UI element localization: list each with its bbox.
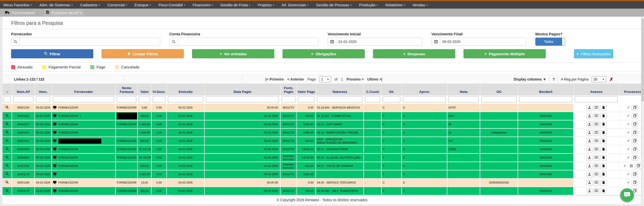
- help-button[interactable]: ?: [553, 77, 555, 81]
- payment-receipt-button[interactable]: [593, 180, 600, 186]
- document-button[interactable]: [601, 122, 607, 127]
- col-header-venc[interactable]: Venc.: [35, 84, 52, 95]
- display-columns-dropdown[interactable]: Display columns ▼: [514, 77, 546, 81]
- column-filter-input-fornecedor[interactable]: [53, 96, 114, 102]
- vencimento-inicial-input[interactable]: [336, 38, 422, 45]
- duplicate-button[interactable]: [632, 138, 638, 144]
- col-header-valor-pago[interactable]: Valor Pago: [297, 84, 316, 95]
- limpar-filtros-button[interactable]: Limpar Filtros: [102, 49, 184, 58]
- menu-item-fisco-contabil[interactable]: Fisco-Contábil▾: [158, 3, 185, 7]
- col-header-natureza[interactable]: Natureza: [316, 84, 364, 95]
- menu-item-estoque[interactable]: Estoque▾: [134, 3, 151, 7]
- col-header-aprov[interactable]: Aprov.: [402, 84, 447, 95]
- calendar-icon[interactable]: [432, 38, 440, 45]
- col-header-fornecedor[interactable]: Fornecedor: [52, 84, 116, 95]
- vencimento-final-input[interactable]: [440, 38, 526, 45]
- menu-item-inf-gerenciais[interactable]: Inf. Gerenciais▾: [282, 3, 308, 7]
- ver-entradas-button[interactable]: +Ver entradas: [192, 49, 274, 58]
- scrollbar-thumb[interactable]: [641, 18, 644, 101]
- column-filter-input-bordero[interactable]: [519, 96, 572, 102]
- document-button[interactable]: [601, 130, 607, 136]
- column-filter-input-vl_desc[interactable]: [153, 96, 165, 102]
- column-filter-input-valor_pago[interactable]: [298, 96, 314, 102]
- col-header-bordero[interactable]: Borderô: [518, 84, 574, 95]
- duplicate-button[interactable]: [632, 130, 638, 136]
- column-filter-input-num[interactable]: [13, 96, 33, 102]
- menu-item-gestao-de-frota[interactable]: Gestão de Frota▾: [220, 3, 250, 7]
- upload-attachment-button[interactable]: [586, 163, 592, 169]
- payment-receipt-button[interactable]: [593, 163, 600, 169]
- upload-attachment-button[interactable]: [586, 188, 592, 194]
- duplicate-button[interactable]: [635, 163, 641, 169]
- column-filter-input-venc[interactable]: [36, 96, 50, 102]
- fornecedor-input[interactable]: [20, 38, 160, 45]
- upload-attachment-button[interactable]: [586, 172, 592, 177]
- pagamento-multiplo-button[interactable]: +Pagamento Múltiplo: [464, 49, 546, 58]
- duplicate-button[interactable]: [632, 105, 638, 111]
- vertical-scrollbar[interactable]: [641, 17, 644, 206]
- column-filter-input-nota[interactable]: [448, 96, 479, 102]
- document-button[interactable]: [601, 188, 607, 194]
- magnifier-icon[interactable]: [5, 115, 9, 118]
- magnifier-icon[interactable]: [5, 182, 9, 185]
- document-button[interactable]: [601, 172, 607, 177]
- magnifier-icon[interactable]: [5, 173, 9, 176]
- payment-receipt-button[interactable]: [593, 172, 600, 177]
- document-button[interactable]: [601, 180, 607, 186]
- duplicate-button[interactable]: [632, 155, 638, 161]
- column-filter-input-oc[interactable]: [481, 96, 517, 102]
- col-header-sit[interactable]: Sit.: [382, 84, 402, 95]
- clear-grid-filters-icon[interactable]: ✗: [609, 77, 613, 82]
- document-button[interactable]: [601, 138, 607, 144]
- magnifier-icon[interactable]: [5, 148, 9, 151]
- payment-receipt-button[interactable]: [593, 155, 600, 161]
- col-header-data-pagto[interactable]: Data Pagto: [205, 84, 281, 95]
- col-header-nome-fantasia[interactable]: Nome Fantasia: [116, 84, 138, 95]
- column-filter-input-sit[interactable]: [383, 96, 400, 102]
- payment-receipt-button[interactable]: [593, 138, 600, 144]
- col-header-c-custo[interactable]: C.Custo: [364, 84, 382, 95]
- magnifier-icon[interactable]: [5, 165, 9, 168]
- mostra-pagos-toggle[interactable]: Todos: [535, 38, 565, 46]
- column-filter-input-nome_fantasia[interactable]: [117, 96, 136, 102]
- magnifier-icon[interactable]: [5, 123, 9, 126]
- magnifier-icon[interactable]: [5, 140, 9, 143]
- filtrar-button[interactable]: Filtrar: [11, 49, 93, 58]
- filtros-avancados-button[interactable]: +Filtros Avançados: [574, 49, 613, 58]
- upload-attachment-button[interactable]: [586, 138, 592, 144]
- conta-financeira-input[interactable]: [178, 38, 318, 45]
- document-button[interactable]: [601, 113, 607, 119]
- col-header-row-handle[interactable]: ::: [3, 84, 12, 95]
- col-header-nota[interactable]: Nota: [447, 84, 480, 95]
- col-header-processos[interactable]: Processos: [619, 84, 644, 95]
- magnifier-icon[interactable]: [5, 190, 9, 193]
- menu-item-projetos[interactable]: Projetos▾: [258, 3, 274, 7]
- duplicate-button[interactable]: [632, 122, 638, 127]
- column-filter-input-c_custo[interactable]: [365, 96, 380, 102]
- magnifier-icon[interactable]: [5, 157, 9, 160]
- menu-item-financeiro[interactable]: Financeiro▾: [193, 3, 213, 7]
- upload-attachment-button[interactable]: [586, 105, 592, 111]
- upload-attachment-button[interactable]: [586, 113, 592, 119]
- prev-page-button[interactable]: < Anterior: [287, 77, 304, 81]
- upload-attachment-button[interactable]: [586, 155, 592, 161]
- magnifier-icon[interactable]: [5, 107, 9, 110]
- process-list-button[interactable]: [628, 163, 634, 169]
- page-select[interactable]: 1▼: [319, 76, 331, 82]
- column-filter-input-zoom[interactable]: [4, 96, 11, 102]
- last-page-button[interactable]: Ultimo >|: [367, 77, 382, 81]
- magnifier-icon[interactable]: [5, 132, 9, 135]
- calendar-icon[interactable]: [328, 38, 336, 45]
- document-button[interactable]: [601, 105, 607, 111]
- menu-item-adm-de-sistemas[interactable]: Adm. de Sistemas▾: [39, 3, 73, 7]
- upload-attachment-button[interactable]: [586, 122, 592, 127]
- tab-contratos-de-ap[interactable]: Contratos de AP`s: [44, 9, 84, 16]
- chat-button[interactable]: [620, 188, 634, 202]
- column-filter-input-emissao[interactable]: [168, 96, 203, 102]
- menu-item-cadastros[interactable]: Cadastros▾: [80, 3, 100, 7]
- payment-receipt-button[interactable]: [593, 147, 600, 152]
- col-header-vl-desc[interactable]: Vl.Desc.: [152, 84, 167, 95]
- duplicate-button[interactable]: [632, 172, 638, 177]
- column-filter-input-data_pagto[interactable]: [206, 96, 279, 102]
- menu-item-vendas[interactable]: Vendas▾: [412, 3, 428, 7]
